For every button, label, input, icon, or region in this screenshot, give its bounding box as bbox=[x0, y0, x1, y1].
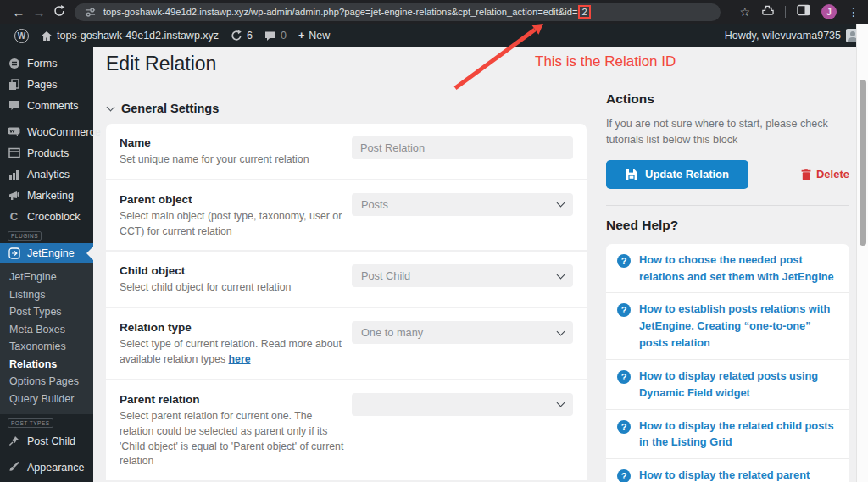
help-link-2[interactable]: ? How to establish posts relations with … bbox=[606, 292, 849, 358]
forms-icon bbox=[8, 58, 20, 69]
sidebar-item-analytics[interactable]: Analytics bbox=[0, 163, 93, 185]
relation-types-link[interactable]: here bbox=[229, 353, 251, 365]
updates-menu[interactable]: 6 bbox=[225, 30, 259, 42]
sidebar-item-comments[interactable]: Comments bbox=[0, 95, 93, 116]
sidebar-item-pages[interactable]: Pages bbox=[0, 74, 93, 95]
comments-menu[interactable]: 0 bbox=[259, 30, 292, 42]
brush-icon bbox=[8, 462, 20, 473]
reload-icon[interactable] bbox=[49, 5, 70, 19]
general-settings-toggle[interactable]: General Settings bbox=[108, 102, 219, 115]
sidebar-item-appearance[interactable]: Appearance bbox=[0, 457, 93, 478]
site-info-icon[interactable] bbox=[85, 7, 96, 18]
new-content-menu[interactable]: + New bbox=[292, 30, 336, 42]
sidebar-item-forms[interactable]: Forms bbox=[0, 53, 93, 74]
wp-admin-bar: W tops-goshawk-49e1d2.instawp.xyz 6 0 + … bbox=[0, 24, 868, 47]
page: ← → tops-goshawk-49e1d2.instawp.xyz/wp-a… bbox=[0, 0, 868, 482]
child-object-label: Child object bbox=[120, 264, 352, 277]
bookmark-star-icon[interactable]: ☆ bbox=[739, 5, 750, 19]
help-links-card: ? How to choose the needed post relation… bbox=[606, 244, 849, 482]
update-relation-button[interactable]: Update Relation bbox=[606, 160, 748, 189]
field-row-relation-type: Relation type Select type of current rel… bbox=[106, 307, 587, 379]
side-panel-icon[interactable] bbox=[797, 4, 810, 19]
parent-relation-select[interactable] bbox=[352, 393, 573, 416]
megaphone-icon bbox=[8, 190, 20, 201]
help-link-label: How to choose the needed post relations … bbox=[639, 252, 838, 285]
wp-sidebar-menu: Forms Pages Comments WooCommerce Product… bbox=[0, 47, 93, 482]
help-link-3[interactable]: ? How to display related posts using Dyn… bbox=[606, 359, 849, 409]
help-link-label: How to establish posts relations with Je… bbox=[639, 301, 838, 351]
relation-type-select[interactable]: One to many bbox=[352, 321, 573, 344]
field-row-parent-object: Parent object Select main object (post t… bbox=[106, 179, 587, 251]
browser-profile-avatar[interactable]: J bbox=[821, 4, 837, 19]
products-icon bbox=[8, 147, 20, 158]
browser-toolbar: ← → tops-goshawk-49e1d2.instawp.xyz/wp-a… bbox=[0, 0, 868, 24]
sidebar-item-plugins[interactable]: Plugins 5 bbox=[0, 478, 93, 482]
submenu-taxonomies[interactable]: Taxonomies bbox=[0, 338, 93, 356]
active-menu-notch bbox=[86, 247, 93, 260]
chevron-down-icon bbox=[107, 102, 115, 111]
submenu-meta-boxes[interactable]: Meta Boxes bbox=[0, 321, 93, 339]
extensions-icon[interactable] bbox=[761, 4, 774, 20]
help-link-1[interactable]: ? How to choose the needed post relation… bbox=[606, 244, 849, 293]
delete-button[interactable]: Delete bbox=[801, 168, 849, 180]
howdy-text: Howdy, wilevuvama9735 bbox=[725, 30, 841, 42]
account-menu[interactable]: Howdy, wilevuvama9735 bbox=[725, 29, 860, 42]
help-link-label: How to display related posts using Dynam… bbox=[639, 368, 838, 402]
pages-icon bbox=[8, 79, 20, 91]
help-link-5[interactable]: ? How to display the related parent post… bbox=[606, 458, 849, 482]
question-icon: ? bbox=[617, 420, 631, 434]
actions-panel: Actions If you are not sure where to sta… bbox=[606, 91, 849, 482]
submenu-options-pages[interactable]: Options Pages bbox=[0, 373, 93, 391]
submenu-jetengine[interactable]: JetEngine bbox=[0, 269, 93, 286]
page-scrollbar[interactable] bbox=[856, 24, 868, 482]
plugins-section-label: PLUGINS bbox=[8, 231, 42, 241]
scrollbar-thumb[interactable] bbox=[860, 80, 866, 246]
analytics-icon bbox=[8, 169, 20, 180]
sidebar-item-woocommerce[interactable]: WooCommerce bbox=[0, 121, 93, 142]
question-icon: ? bbox=[617, 469, 631, 482]
child-object-description: Select child object for current relation bbox=[120, 280, 352, 296]
parent-object-label: Parent object bbox=[120, 193, 352, 206]
chevron-down-icon bbox=[557, 271, 565, 280]
sidebar-item-jetengine[interactable]: JetEngine bbox=[0, 243, 93, 263]
delete-label: Delete bbox=[816, 168, 849, 180]
new-label: New bbox=[309, 30, 330, 42]
sidebar-item-products[interactable]: Products bbox=[0, 142, 93, 163]
help-link-label: How to display the related child posts i… bbox=[639, 418, 838, 452]
comments-icon bbox=[264, 30, 276, 42]
parent-object-value: Posts bbox=[361, 198, 388, 211]
sidebar-item-marketing[interactable]: Marketing bbox=[0, 185, 93, 206]
comments-count: 0 bbox=[281, 30, 287, 42]
browser-menu-icon[interactable]: ⋮ bbox=[848, 5, 860, 19]
help-link-4[interactable]: ? How to display the related child posts… bbox=[606, 409, 849, 459]
submenu-relations[interactable]: Relations bbox=[0, 356, 93, 374]
browser-actions: ☆ J ⋮ bbox=[739, 4, 860, 20]
parent-relation-description: Select parent relation for current one. … bbox=[120, 409, 352, 469]
question-icon: ? bbox=[617, 254, 631, 268]
name-input[interactable] bbox=[352, 136, 573, 159]
sidebar-item-crocoblock[interactable]: C Crocoblock bbox=[0, 206, 93, 227]
field-row-parent-relation: Parent relation Select parent relation f… bbox=[106, 379, 587, 480]
comment-icon bbox=[8, 100, 20, 111]
parent-object-select[interactable]: Posts bbox=[352, 193, 573, 216]
question-icon: ? bbox=[617, 303, 631, 317]
wp-logo[interactable]: W bbox=[8, 29, 35, 43]
submenu-query-builder[interactable]: Query Builder bbox=[0, 391, 93, 408]
site-name-menu[interactable]: tops-goshawk-49e1d2.instawp.xyz bbox=[35, 30, 225, 42]
sidebar-item-post-child[interactable]: Post Child bbox=[0, 430, 93, 452]
submenu-post-types[interactable]: Post Types bbox=[0, 303, 93, 321]
forward-icon[interactable]: → bbox=[29, 5, 49, 19]
crocoblock-icon: C bbox=[8, 211, 20, 222]
submenu-listings[interactable]: Listings bbox=[0, 286, 93, 304]
updates-count: 6 bbox=[247, 30, 253, 42]
relation-id-annotation: This is the Relation ID bbox=[535, 53, 676, 70]
relation-type-value: One to many bbox=[361, 326, 423, 339]
back-icon[interactable]: ← bbox=[8, 5, 29, 19]
jetengine-submenu: JetEngine Listings Post Types Meta Boxes… bbox=[0, 263, 93, 414]
question-icon: ? bbox=[617, 370, 631, 384]
relation-type-label: Relation type bbox=[120, 321, 352, 334]
child-object-select[interactable]: Post Child bbox=[352, 264, 573, 287]
page-title: Edit Relation bbox=[106, 53, 216, 75]
woocommerce-icon bbox=[8, 126, 20, 137]
address-bar[interactable]: tops-goshawk-49e1d2.instawp.xyz/wp-admin… bbox=[75, 3, 721, 21]
